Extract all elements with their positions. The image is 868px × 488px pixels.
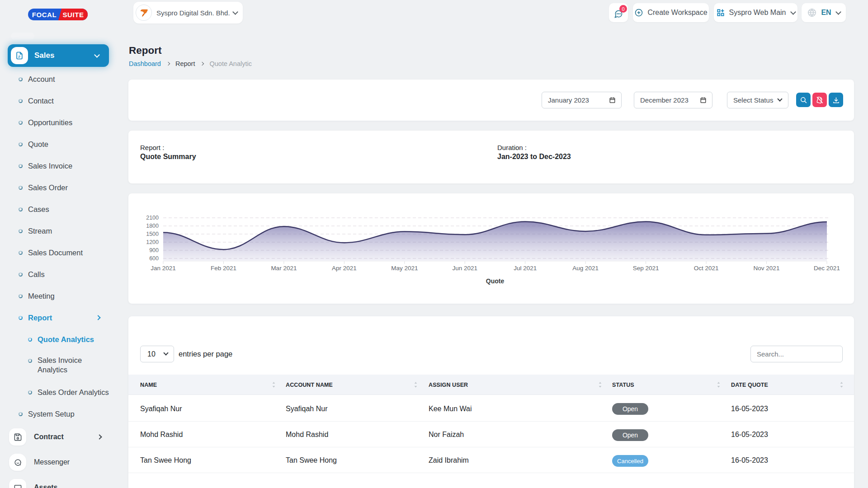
svg-text:Quote: Quote xyxy=(486,277,505,285)
svg-text:Jan 2021: Jan 2021 xyxy=(151,265,176,272)
svg-text:SUITE: SUITE xyxy=(62,11,84,19)
svg-text:Jul 2021: Jul 2021 xyxy=(514,265,537,272)
svg-text:Oct 2021: Oct 2021 xyxy=(694,265,719,272)
svg-text:FOCAL: FOCAL xyxy=(32,11,57,19)
svg-text:Feb 2021: Feb 2021 xyxy=(211,265,236,272)
svg-text:2100: 2100 xyxy=(146,215,159,221)
svg-text:Dec 2021: Dec 2021 xyxy=(814,265,840,272)
svg-text:Mar 2021: Mar 2021 xyxy=(271,265,297,272)
svg-text:Sep 2021: Sep 2021 xyxy=(633,265,659,272)
svg-text:1800: 1800 xyxy=(146,223,159,229)
svg-text:1500: 1500 xyxy=(146,231,159,237)
svg-text:Aug 2021: Aug 2021 xyxy=(572,265,599,272)
svg-text:Nov 2021: Nov 2021 xyxy=(754,265,780,272)
svg-text:May 2021: May 2021 xyxy=(391,265,418,272)
svg-text:600: 600 xyxy=(149,255,159,262)
svg-text:900: 900 xyxy=(149,247,159,253)
svg-text:Jun 2021: Jun 2021 xyxy=(453,265,478,272)
svg-text:1200: 1200 xyxy=(146,239,159,245)
svg-text:Apr 2021: Apr 2021 xyxy=(332,265,357,272)
